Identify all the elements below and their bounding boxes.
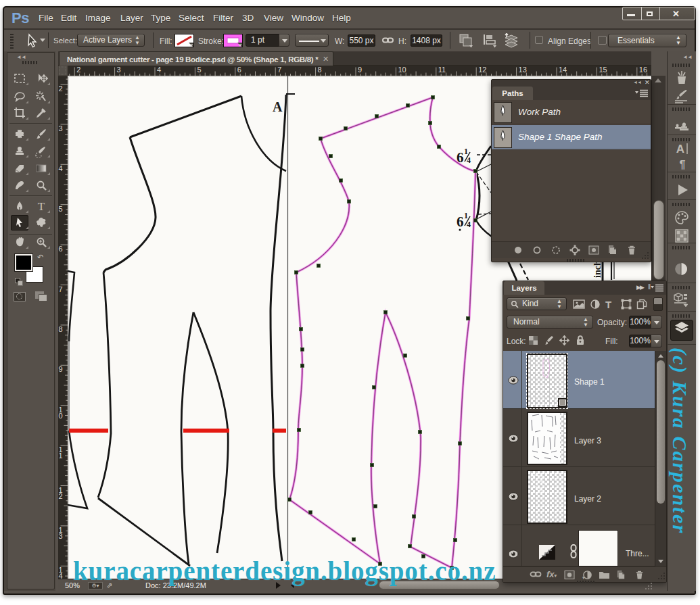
svg-text:13: 13 — [519, 66, 527, 74]
svg-text:4: 4 — [59, 164, 63, 172]
svg-text:4: 4 — [467, 220, 471, 229]
svg-text:4: 4 — [59, 572, 63, 579]
svg-text:6: 6 — [59, 245, 63, 253]
svg-text:A: A — [676, 143, 684, 155]
svg-text:A: A — [273, 99, 283, 114]
svg-text:2: 2 — [76, 66, 80, 74]
svg-text:15: 15 — [599, 66, 607, 74]
svg-text:5: 5 — [59, 205, 63, 213]
svg-text:9: 9 — [358, 66, 362, 74]
svg-text:¶: ¶ — [680, 159, 686, 170]
svg-text:5: 5 — [197, 66, 201, 74]
svg-text:3: 3 — [59, 532, 63, 540]
svg-text:10: 10 — [398, 66, 406, 74]
svg-text:4: 4 — [157, 66, 161, 74]
svg-text:11: 11 — [438, 66, 446, 74]
svg-text:8: 8 — [318, 66, 322, 74]
svg-text:1: 1 — [59, 452, 63, 460]
svg-text:4: 4 — [467, 155, 471, 165]
svg-text:6: 6 — [237, 66, 241, 74]
svg-text:0: 0 — [59, 412, 63, 420]
svg-text:14: 14 — [559, 66, 567, 74]
svg-text:2: 2 — [59, 492, 63, 500]
svg-text:2: 2 — [59, 84, 63, 93]
svg-text:7: 7 — [277, 66, 281, 74]
svg-text:9: 9 — [59, 365, 63, 373]
svg-text:12: 12 — [478, 66, 486, 74]
svg-text:3: 3 — [117, 66, 121, 74]
svg-text:7: 7 — [59, 285, 63, 293]
svg-text:1: 1 — [464, 147, 468, 156]
svg-text:6: 6 — [457, 214, 464, 230]
svg-text:1: 1 — [464, 211, 468, 220]
svg-text:T: T — [38, 200, 45, 213]
svg-text:16: 16 — [639, 66, 647, 74]
svg-text:8: 8 — [59, 325, 63, 333]
svg-text:3: 3 — [59, 124, 63, 132]
svg-text:inch: inch — [592, 260, 603, 278]
